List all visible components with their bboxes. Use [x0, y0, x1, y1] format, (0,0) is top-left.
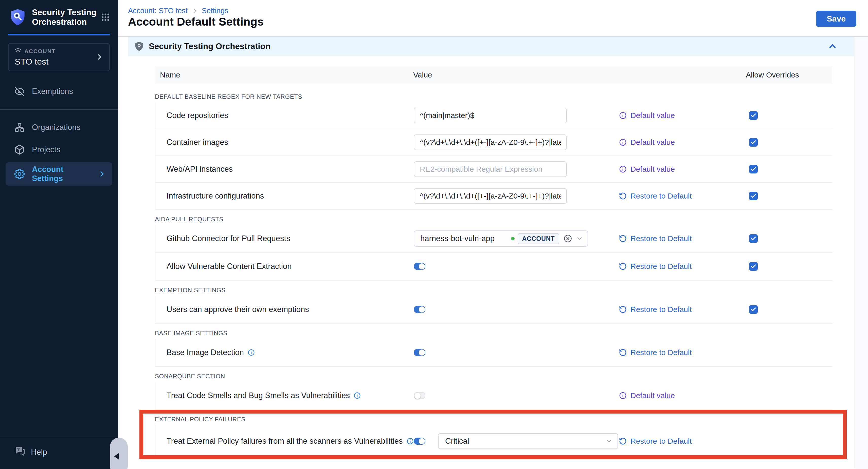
row-name-cell: Treat External Policy failures from all … [166, 437, 414, 446]
action-label: Default value [630, 138, 675, 147]
row-name-cell: Base Image Detection [166, 348, 255, 357]
table-body: DEFAULT BASELINE REGEX FOR NEW TARGETSCo… [155, 84, 832, 458]
info-icon[interactable] [247, 349, 255, 356]
main-area: Account: STO test Settings Account Defau… [118, 0, 868, 469]
help-button[interactable]: ? Help [14, 446, 118, 459]
sidebar-item-organizations[interactable]: Organizations [0, 116, 118, 138]
toggle-switch[interactable] [414, 349, 425, 356]
setting-name-label: Users can approve their own exemptions [166, 305, 309, 314]
column-header-allow-overrides: Allow Overrides [746, 71, 799, 79]
action-label: Restore to Default [630, 437, 692, 445]
row-value-cell [414, 108, 567, 123]
allow-overrides-checkbox[interactable] [749, 111, 758, 120]
row-value-cell: Critical [414, 433, 618, 449]
row-value-cell [414, 392, 425, 399]
sidebar-item-exemptions[interactable]: Exemptions [0, 80, 118, 103]
default-value-indicator[interactable]: Default value [619, 111, 675, 120]
sidebar-item-label: Organizations [32, 123, 80, 132]
toggle-switch[interactable] [414, 438, 425, 445]
info-icon[interactable] [406, 437, 414, 445]
restore-to-default-link[interactable]: Restore to Default [619, 305, 692, 314]
table-row: Users can approve their own exemptionsRe… [155, 296, 832, 324]
default-value-indicator[interactable]: Default value [619, 165, 675, 173]
info-icon[interactable] [353, 392, 361, 399]
collapse-left-arrow-icon [114, 453, 119, 460]
apps-grid-icon[interactable] [101, 12, 110, 22]
allow-overrides-checkbox[interactable] [749, 305, 758, 314]
breadcrumb-settings-link[interactable]: Settings [202, 7, 228, 15]
toggle-knob [419, 263, 425, 269]
svg-text:?: ? [17, 447, 20, 452]
allow-overrides-checkbox[interactable] [749, 192, 758, 200]
default-value-indicator[interactable]: Default value [619, 138, 675, 147]
row-value-cell [414, 349, 425, 356]
section-header[interactable]: Security Testing Orchestration [128, 37, 854, 56]
breadcrumb-account-link[interactable]: Account: STO test [128, 7, 188, 15]
setting-name-label: Infrastructure configurations [166, 192, 264, 201]
row-value-cell [414, 161, 567, 177]
allow-overrides-checkbox[interactable] [749, 138, 758, 147]
row-name-cell: Infrastructure configurations [166, 192, 264, 201]
cube-icon [14, 144, 25, 155]
table-header-row: Name Value Allow Overrides [155, 66, 832, 84]
help-label: Help [31, 448, 47, 457]
info-icon [619, 392, 627, 400]
restore-icon [619, 192, 627, 200]
toggle-switch[interactable] [414, 392, 425, 399]
action-label: Restore to Default [630, 348, 692, 357]
row-value-cell [414, 188, 567, 204]
settings-group-label: BASE IMAGE SETTINGS [155, 324, 832, 339]
action-label: Restore to Default [630, 192, 692, 200]
clear-icon[interactable] [563, 234, 572, 243]
sidebar-item-label: Account Settings [32, 165, 91, 183]
sidebar-collapse-handle[interactable] [110, 438, 128, 469]
toggle-switch[interactable] [414, 263, 425, 270]
default-value-indicator[interactable]: Default value [619, 391, 675, 400]
severity-select-value: Critical [445, 437, 469, 446]
row-name-cell: Github Connector for Pull Requests [166, 234, 290, 243]
toggle-switch[interactable] [414, 306, 425, 313]
restore-to-default-link[interactable]: Restore to Default [619, 234, 692, 243]
breadcrumb-chevron-icon [192, 8, 198, 14]
settings-group-label: AIDA PULL REQUESTS [155, 210, 832, 225]
column-header-name: Name [160, 71, 180, 79]
save-button[interactable]: Save [816, 11, 856, 27]
restore-to-default-link[interactable]: Restore to Default [619, 192, 692, 200]
table-row: Treat Code Smells and Bug Smells as Vuln… [155, 382, 832, 410]
restore-icon [619, 348, 627, 357]
connector-select[interactable]: harness-bot-vuln-appACCOUNT [414, 230, 588, 247]
setting-name-label: Treat Code Smells and Bug Smells as Vuln… [166, 391, 350, 400]
allow-overrides-checkbox[interactable] [749, 262, 758, 271]
allow-overrides-checkbox[interactable] [749, 165, 758, 173]
regex-input[interactable] [414, 134, 567, 150]
action-label: Default value [630, 165, 675, 173]
scrollbar-gutter[interactable] [854, 37, 868, 468]
sidebar-item-label: Projects [32, 145, 60, 154]
breadcrumb: Account: STO test Settings [128, 7, 228, 15]
sidebar-item-projects[interactable]: Projects [0, 138, 118, 161]
shield-icon [134, 41, 144, 52]
regex-input[interactable] [414, 161, 567, 177]
table-row: Base Image DetectionRestore to Default [155, 339, 832, 367]
settings-group-label: DEFAULT BASELINE REGEX FOR NEW TARGETS [155, 84, 832, 102]
regex-input[interactable] [414, 188, 567, 204]
action-label: Restore to Default [630, 234, 692, 243]
restore-to-default-link[interactable]: Restore to Default [619, 437, 692, 445]
account-scope-selector[interactable]: ACCOUNT STO test [8, 43, 110, 71]
collapse-chevron-up-icon[interactable] [828, 41, 838, 52]
allow-overrides-checkbox[interactable] [749, 234, 758, 243]
row-value-cell [414, 134, 567, 150]
settings-content: Security Testing Orchestration Name Valu… [118, 37, 868, 468]
severity-select[interactable]: Critical [438, 433, 618, 449]
page-title: Account Default Settings [128, 15, 264, 28]
setting-name-label: Base Image Detection [166, 348, 244, 357]
section-title: Security Testing Orchestration [149, 41, 271, 51]
setting-name-label: Github Connector for Pull Requests [166, 234, 290, 243]
restore-to-default-link[interactable]: Restore to Default [619, 262, 692, 271]
restore-to-default-link[interactable]: Restore to Default [619, 348, 692, 357]
sidebar-item-account-settings[interactable]: Account Settings [6, 162, 112, 186]
chevron-right-icon [98, 170, 106, 178]
page-header: Account: STO test Settings Account Defau… [118, 0, 868, 37]
regex-input[interactable] [414, 108, 567, 123]
layers-icon [15, 47, 21, 55]
